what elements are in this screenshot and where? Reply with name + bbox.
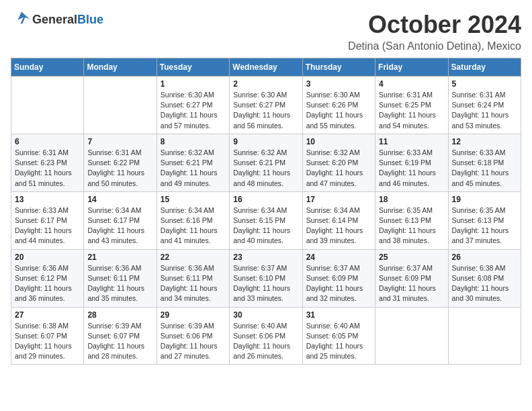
- day-info: Sunrise: 6:40 AM Sunset: 6:05 PM Dayligh…: [306, 321, 371, 362]
- day-number: 31: [306, 310, 371, 320]
- day-number: 22: [161, 253, 226, 262]
- calendar-cell: 5Sunrise: 6:31 AM Sunset: 6:24 PM Daylig…: [448, 77, 521, 134]
- header-tuesday: Tuesday: [157, 58, 229, 77]
- day-number: 1: [161, 79, 226, 89]
- day-info: Sunrise: 6:30 AM Sunset: 6:26 PM Dayligh…: [306, 90, 371, 131]
- day-info: Sunrise: 6:32 AM Sunset: 6:20 PM Dayligh…: [306, 148, 371, 189]
- day-info: Sunrise: 6:37 AM Sunset: 6:09 PM Dayligh…: [306, 263, 371, 304]
- logo-general: General: [32, 13, 77, 27]
- day-info: Sunrise: 6:40 AM Sunset: 6:06 PM Dayligh…: [233, 321, 298, 362]
- calendar-cell: [84, 77, 157, 134]
- calendar-cell: 10Sunrise: 6:32 AM Sunset: 6:20 PM Dayli…: [302, 134, 375, 191]
- day-info: Sunrise: 6:31 AM Sunset: 6:24 PM Dayligh…: [452, 90, 517, 131]
- calendar-cell: 22Sunrise: 6:36 AM Sunset: 6:11 PM Dayli…: [157, 249, 229, 307]
- calendar-cell: 30Sunrise: 6:40 AM Sunset: 6:06 PM Dayli…: [230, 307, 302, 365]
- logo-text: General Blue: [32, 13, 103, 27]
- day-number: 29: [161, 310, 226, 320]
- calendar-cell: 19Sunrise: 6:35 AM Sunset: 6:13 PM Dayli…: [448, 191, 521, 249]
- day-info: Sunrise: 6:32 AM Sunset: 6:21 PM Dayligh…: [233, 148, 298, 189]
- calendar-cell: [375, 307, 448, 365]
- day-number: 6: [15, 137, 80, 146]
- calendar-cell: 21Sunrise: 6:36 AM Sunset: 6:11 PM Dayli…: [84, 249, 157, 307]
- week-row-3: 20Sunrise: 6:36 AM Sunset: 6:12 PM Dayli…: [11, 249, 521, 307]
- day-info: Sunrise: 6:34 AM Sunset: 6:17 PM Dayligh…: [87, 205, 152, 246]
- day-info: Sunrise: 6:37 AM Sunset: 6:09 PM Dayligh…: [379, 263, 444, 304]
- logo-block: [11, 11, 31, 28]
- title-area: October 2024 Detina (San Antonio Detina)…: [348, 11, 521, 52]
- day-info: Sunrise: 6:30 AM Sunset: 6:27 PM Dayligh…: [233, 90, 298, 131]
- day-info: Sunrise: 6:34 AM Sunset: 6:15 PM Dayligh…: [233, 205, 298, 246]
- day-info: Sunrise: 6:32 AM Sunset: 6:21 PM Dayligh…: [161, 148, 226, 189]
- calendar-cell: 8Sunrise: 6:32 AM Sunset: 6:21 PM Daylig…: [157, 134, 229, 191]
- calendar-cell: 3Sunrise: 6:30 AM Sunset: 6:26 PM Daylig…: [302, 77, 375, 134]
- calendar-cell: 13Sunrise: 6:33 AM Sunset: 6:17 PM Dayli…: [11, 191, 84, 249]
- calendar-cell: 18Sunrise: 6:35 AM Sunset: 6:13 PM Dayli…: [375, 191, 448, 249]
- day-info: Sunrise: 6:39 AM Sunset: 6:07 PM Dayligh…: [87, 321, 152, 362]
- header-friday: Friday: [375, 58, 448, 77]
- day-info: Sunrise: 6:34 AM Sunset: 6:16 PM Dayligh…: [161, 205, 226, 246]
- day-number: 4: [379, 79, 444, 89]
- header-wednesday: Wednesday: [230, 58, 302, 77]
- week-row-4: 27Sunrise: 6:38 AM Sunset: 6:07 PM Dayli…: [11, 307, 521, 365]
- day-number: 25: [379, 253, 444, 262]
- day-info: Sunrise: 6:31 AM Sunset: 6:23 PM Dayligh…: [15, 148, 80, 189]
- day-info: Sunrise: 6:33 AM Sunset: 6:19 PM Dayligh…: [379, 148, 444, 189]
- day-number: 9: [233, 137, 298, 146]
- day-info: Sunrise: 6:35 AM Sunset: 6:13 PM Dayligh…: [379, 205, 444, 246]
- calendar-cell: 28Sunrise: 6:39 AM Sunset: 6:07 PM Dayli…: [84, 307, 157, 365]
- day-number: 11: [379, 137, 444, 146]
- day-info: Sunrise: 6:35 AM Sunset: 6:13 PM Dayligh…: [452, 205, 517, 246]
- day-info: Sunrise: 6:39 AM Sunset: 6:06 PM Dayligh…: [161, 321, 226, 362]
- logo: General Blue: [11, 11, 103, 28]
- day-number: 3: [306, 79, 371, 89]
- day-number: 18: [379, 195, 444, 204]
- calendar-cell: [448, 307, 521, 365]
- calendar-cell: 4Sunrise: 6:31 AM Sunset: 6:25 PM Daylig…: [375, 77, 448, 134]
- day-number: 26: [452, 253, 517, 262]
- day-info: Sunrise: 6:38 AM Sunset: 6:08 PM Dayligh…: [452, 263, 517, 304]
- calendar-cell: 31Sunrise: 6:40 AM Sunset: 6:05 PM Dayli…: [302, 307, 375, 365]
- day-info: Sunrise: 6:33 AM Sunset: 6:18 PM Dayligh…: [452, 148, 517, 189]
- day-number: 19: [452, 195, 517, 204]
- calendar-cell: 20Sunrise: 6:36 AM Sunset: 6:12 PM Dayli…: [11, 249, 84, 307]
- calendar-cell: 1Sunrise: 6:30 AM Sunset: 6:27 PM Daylig…: [157, 77, 229, 134]
- day-number: 17: [306, 195, 371, 204]
- header-monday: Monday: [84, 58, 157, 77]
- day-number: 8: [161, 137, 226, 146]
- day-info: Sunrise: 6:33 AM Sunset: 6:17 PM Dayligh…: [15, 205, 80, 246]
- location-title: Detina (San Antonio Detina), Mexico: [348, 40, 521, 52]
- calendar-cell: 17Sunrise: 6:34 AM Sunset: 6:14 PM Dayli…: [302, 191, 375, 249]
- calendar-cell: 25Sunrise: 6:37 AM Sunset: 6:09 PM Dayli…: [375, 249, 448, 307]
- day-number: 13: [15, 195, 80, 204]
- day-number: 20: [15, 253, 80, 262]
- day-info: Sunrise: 6:31 AM Sunset: 6:22 PM Dayligh…: [87, 148, 152, 189]
- day-number: 30: [233, 310, 298, 320]
- day-info: Sunrise: 6:38 AM Sunset: 6:07 PM Dayligh…: [15, 321, 80, 362]
- day-number: 7: [87, 137, 152, 146]
- calendar-table: SundayMondayTuesdayWednesdayThursdayFrid…: [11, 58, 521, 365]
- calendar-cell: 12Sunrise: 6:33 AM Sunset: 6:18 PM Dayli…: [448, 134, 521, 191]
- day-number: 15: [161, 195, 226, 204]
- week-row-2: 13Sunrise: 6:33 AM Sunset: 6:17 PM Dayli…: [11, 191, 521, 249]
- day-number: 14: [87, 195, 152, 204]
- day-number: 28: [87, 310, 152, 320]
- day-number: 24: [306, 253, 371, 262]
- day-number: 23: [233, 253, 298, 262]
- day-info: Sunrise: 6:37 AM Sunset: 6:10 PM Dayligh…: [233, 263, 298, 304]
- week-row-1: 6Sunrise: 6:31 AM Sunset: 6:23 PM Daylig…: [11, 134, 521, 191]
- day-info: Sunrise: 6:34 AM Sunset: 6:14 PM Dayligh…: [306, 205, 371, 246]
- calendar-cell: 29Sunrise: 6:39 AM Sunset: 6:06 PM Dayli…: [157, 307, 229, 365]
- calendar-cell: 26Sunrise: 6:38 AM Sunset: 6:08 PM Dayli…: [448, 249, 521, 307]
- day-number: 10: [306, 137, 371, 146]
- month-title: October 2024: [348, 11, 521, 39]
- day-number: 2: [233, 79, 298, 89]
- calendar-cell: 7Sunrise: 6:31 AM Sunset: 6:22 PM Daylig…: [84, 134, 157, 191]
- header-sunday: Sunday: [11, 58, 84, 77]
- day-info: Sunrise: 6:30 AM Sunset: 6:27 PM Dayligh…: [161, 90, 226, 131]
- calendar-cell: 2Sunrise: 6:30 AM Sunset: 6:27 PM Daylig…: [230, 77, 302, 134]
- calendar-cell: [11, 77, 84, 134]
- calendar-cell: 15Sunrise: 6:34 AM Sunset: 6:16 PM Dayli…: [157, 191, 229, 249]
- calendar-cell: 16Sunrise: 6:34 AM Sunset: 6:15 PM Dayli…: [230, 191, 302, 249]
- day-info: Sunrise: 6:31 AM Sunset: 6:25 PM Dayligh…: [379, 90, 444, 131]
- calendar-cell: 9Sunrise: 6:32 AM Sunset: 6:21 PM Daylig…: [230, 134, 302, 191]
